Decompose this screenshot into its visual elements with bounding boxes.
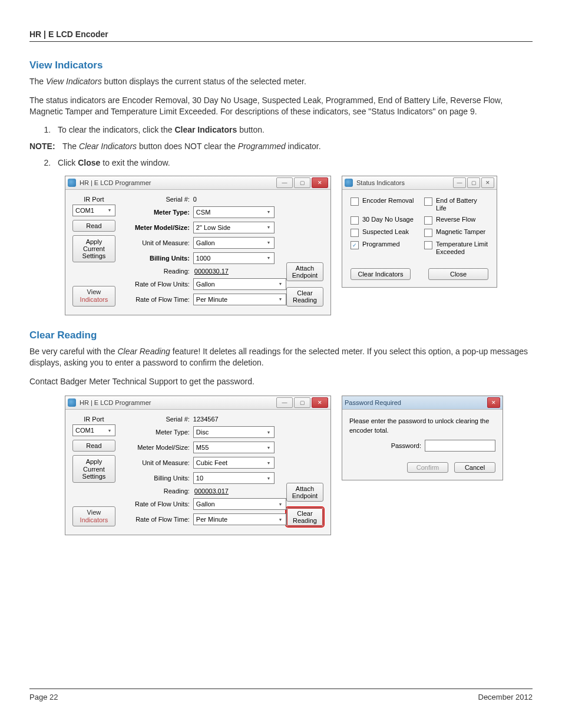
- checkbox-icon: ✓: [351, 241, 359, 249]
- close-button[interactable]: ✕: [481, 177, 494, 188]
- cr-paragraph-1: Be very careful with the Clear Reading f…: [29, 346, 533, 369]
- chevron-down-icon: ▼: [265, 208, 273, 216]
- chk-suspected-leak[interactable]: Suspected Leak: [351, 228, 415, 237]
- value-serial: 0: [193, 196, 269, 203]
- apply-settings-button[interactable]: Apply Current Settings: [72, 455, 115, 482]
- label-serial: Serial #:: [126, 196, 190, 203]
- minimize-button[interactable]: —: [276, 397, 293, 408]
- checkbox-icon: [351, 229, 359, 237]
- password-titlebar: Password Required ✕: [342, 396, 503, 410]
- close-button[interactable]: Close: [428, 268, 488, 280]
- checkbox-icon: [424, 216, 432, 225]
- footer-page: Page 22: [29, 693, 58, 701]
- status-grid: Encoder Removal End of Battery Life 30 D…: [351, 197, 488, 256]
- chk-temp-limit[interactable]: Temperature Limit Exceeded: [424, 241, 488, 256]
- irport-label: IR Port: [72, 196, 115, 203]
- label-billing-units: Billing Units:: [126, 255, 190, 262]
- checkbox-icon: [424, 229, 432, 237]
- vi-step-1: To clear the indicators, click the Clear…: [53, 125, 533, 134]
- maximize-button[interactable]: ▢: [294, 397, 310, 408]
- rft-select[interactable]: Per Minute▼: [193, 294, 286, 305]
- programmer-2-title: HR | E LCD Programmer: [80, 399, 276, 406]
- page-header: HR | E LCD Encoder: [29, 29, 533, 42]
- chevron-down-icon: ▼: [276, 515, 285, 523]
- programmer-1-title: HR | E LCD Programmer: [80, 179, 276, 186]
- chevron-down-icon: ▼: [265, 459, 273, 467]
- checkbox-icon: [424, 241, 432, 249]
- billing-units-select[interactable]: 10▼: [193, 472, 275, 484]
- rfu-select[interactable]: Gallon▼: [193, 498, 286, 510]
- label-serial: Serial #:: [126, 416, 190, 423]
- cancel-button[interactable]: Cancel: [454, 462, 495, 473]
- meter-model-select[interactable]: M55▼: [193, 442, 275, 453]
- chk-encoder-removal[interactable]: Encoder Removal: [351, 197, 415, 212]
- maximize-button[interactable]: ▢: [467, 177, 480, 188]
- chevron-down-icon: ▼: [105, 206, 114, 215]
- view-indicators-button[interactable]: View Indicators: [72, 506, 115, 526]
- close-button[interactable]: ✕: [487, 397, 500, 408]
- label-uom: Unit of Measure:: [126, 239, 190, 246]
- status-title: Status Indicators: [356, 179, 453, 186]
- programmer-window-2: HR | E LCD Programmer — ▢ ✕ IR Port COM1…: [65, 396, 331, 535]
- rft-select[interactable]: Per Minute▼: [193, 513, 286, 525]
- label-billing-units: Billing Units:: [126, 475, 190, 482]
- vi-paragraph-2: The status indicators are Encoder Remova…: [29, 95, 533, 118]
- chevron-down-icon: ▼: [265, 428, 273, 436]
- vi-paragraph-1: The View Indicators button displays the …: [29, 76, 533, 88]
- label-uom: Unit of Measure:: [126, 459, 190, 466]
- label-rfu: Rate of Flow Units:: [126, 500, 190, 508]
- label-rft: Rate of Flow Time:: [126, 516, 190, 523]
- cr-paragraph-2: Contact Badger Meter Technical Support t…: [29, 376, 533, 388]
- close-button[interactable]: ✕: [312, 397, 328, 408]
- read-button[interactable]: Read: [72, 220, 115, 232]
- heading-view-indicators: View Indicators: [29, 60, 533, 71]
- vi-note: NOTE: The Clear Indicators button does N…: [29, 141, 533, 151]
- password-title: Password Required: [345, 399, 487, 406]
- app-icon: [68, 398, 76, 407]
- irport-select[interactable]: COM1 ▼: [72, 205, 115, 216]
- clear-reading-button[interactable]: ClearReading: [286, 287, 323, 306]
- status-indicators-window: Status Indicators — ▢ ✕ Encoder Removal …: [342, 176, 497, 288]
- view-indicators-button[interactable]: View Indicators: [72, 286, 115, 306]
- chk-30-day-no-usage[interactable]: 30 Day No Usage: [351, 216, 415, 225]
- footer-date: December 2012: [478, 693, 533, 701]
- heading-clear-reading: Clear Reading: [29, 330, 533, 341]
- close-button[interactable]: ✕: [312, 177, 328, 188]
- apply-settings-button[interactable]: Apply Current Settings: [72, 235, 115, 262]
- confirm-button[interactable]: Confirm: [407, 462, 448, 473]
- meter-model-select[interactable]: 2" Low Side▼: [193, 222, 275, 233]
- programmer-2-titlebar: HR | E LCD Programmer — ▢ ✕: [65, 396, 330, 410]
- label-meter-model: Meter Model/Size:: [126, 444, 190, 451]
- status-titlebar: Status Indicators — ▢ ✕: [342, 176, 497, 190]
- irport-select[interactable]: COM1 ▼: [72, 424, 115, 436]
- maximize-button[interactable]: ▢: [294, 177, 310, 188]
- attach-endpoint-button[interactable]: AttachEndpoint: [286, 483, 323, 502]
- read-button[interactable]: Read: [72, 440, 115, 452]
- chevron-down-icon: ▼: [276, 500, 285, 508]
- clear-indicators-button[interactable]: Clear Indicators: [351, 268, 411, 280]
- value-reading: 0000030.17: [193, 268, 270, 275]
- attach-endpoint-button[interactable]: AttachEndpoint: [286, 262, 323, 281]
- label-reading: Reading:: [126, 268, 190, 275]
- clear-reading-button[interactable]: ClearReading: [286, 508, 323, 526]
- uom-select[interactable]: Cubic Feet▼: [193, 457, 275, 469]
- minimize-button[interactable]: —: [453, 177, 466, 188]
- label-rft: Rate of Flow Time:: [126, 296, 190, 303]
- meter-type-select[interactable]: CSM▼: [193, 206, 275, 218]
- password-input[interactable]: [425, 440, 495, 452]
- billing-units-select[interactable]: 1000▼: [193, 252, 275, 264]
- chk-magnetic-tamper[interactable]: Magnetic Tamper: [424, 228, 488, 237]
- rfu-select[interactable]: Gallon▼: [193, 278, 286, 290]
- chk-reverse-flow[interactable]: Reverse Flow: [424, 216, 488, 225]
- chk-programmed[interactable]: ✓Programmed: [351, 241, 415, 256]
- password-label: Password:: [391, 442, 421, 449]
- chevron-down-icon: ▼: [265, 223, 273, 232]
- uom-select[interactable]: Gallon▼: [193, 237, 275, 249]
- checkbox-icon: [351, 216, 359, 225]
- programmer-window-1: HR | E LCD Programmer — ▢ ✕ IR Port COM1…: [65, 176, 331, 315]
- label-meter-model: Meter Model/Size:: [126, 224, 190, 231]
- meter-type-select[interactable]: Disc▼: [193, 426, 275, 438]
- chevron-down-icon: ▼: [265, 474, 273, 482]
- minimize-button[interactable]: —: [276, 177, 293, 188]
- chk-end-of-battery[interactable]: End of Battery Life: [424, 197, 488, 212]
